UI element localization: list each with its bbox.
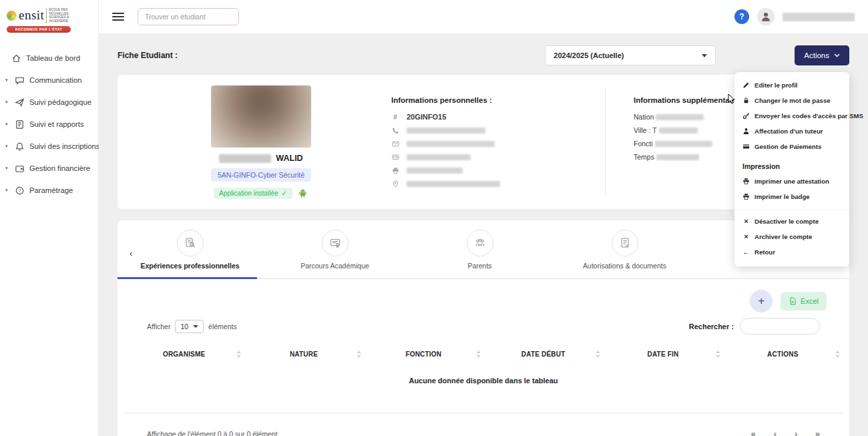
menu-item-gestion-paiements[interactable]: Gestion de Paiements <box>734 139 849 154</box>
fax-icon <box>391 166 399 174</box>
id-card-value-redacted <box>407 154 471 160</box>
student-search-input[interactable] <box>138 8 239 25</box>
experiences-table-section: + Excel Afficher 10 <box>118 279 849 436</box>
school-year-select[interactable]: 2024/2025 (Actuelle) <box>545 45 716 65</box>
sidebar-item-gestion-financiere[interactable]: ▾ Gestion financière <box>0 158 98 180</box>
column-header-organisme[interactable]: ORGANISME <box>124 351 244 358</box>
column-header-actions[interactable]: ACTIONS <box>723 351 843 358</box>
column-header-date-debut[interactable]: DATE DÉBUT <box>483 351 603 358</box>
menu-item-imprimer-badge[interactable]: Imprimer le badge <box>734 189 849 204</box>
pagination-last-button[interactable]: » <box>815 429 820 436</box>
sidebar-item-suivi-et-rapports[interactable]: ▾ Suivi et rapports <box>0 114 98 136</box>
chevron-down-icon <box>193 325 198 328</box>
excel-file-icon <box>789 297 797 305</box>
x-icon: × <box>742 233 750 240</box>
brand-banner: RECONNUE PAR L'ÉTAT <box>7 26 71 33</box>
printer-icon <box>742 193 750 200</box>
tab-label: Parents <box>467 262 491 270</box>
pagination-first-button[interactable]: « <box>751 429 756 436</box>
user-name-redacted[interactable] <box>783 13 855 21</box>
x-icon: × <box>742 218 750 225</box>
send-icon <box>15 97 25 107</box>
user-avatar[interactable] <box>757 8 775 25</box>
chevron-down-icon <box>834 53 840 57</box>
fax-row <box>391 166 605 174</box>
sidebar-item-tableau-de-bord[interactable]: Tableau de bord <box>0 47 98 69</box>
student-id-row: # 20GINFO15 <box>391 113 605 121</box>
pencil-icon <box>742 81 750 89</box>
nationality-value-redacted <box>656 114 704 120</box>
address-value-redacted <box>407 181 500 187</box>
school-year-selected-value: 2024/2025 (Actuelle) <box>554 51 624 59</box>
menu-item-desactiver-compte[interactable]: × Désactiver le compte <box>734 214 849 229</box>
credit-card-icon <box>742 143 750 150</box>
sidebar-item-suivi-pedagogique[interactable]: ▾ Suivi pédagogique <box>0 91 98 114</box>
sort-icon <box>835 351 840 359</box>
column-header-fonction[interactable]: FONCTION <box>364 351 483 358</box>
column-header-nature[interactable]: NATURE <box>244 351 363 358</box>
tab-autorisations-documents[interactable]: Autorisations & documents <box>552 230 697 270</box>
help-button[interactable]: ? <box>734 9 749 24</box>
phone-row <box>391 126 605 134</box>
android-icon <box>297 188 308 199</box>
student-name: WALID <box>219 154 302 163</box>
menu-item-affectation-tuteur[interactable]: Affectation d'un tuteur <box>734 124 849 139</box>
brand-logo: ensit ECOLE DES NOUVELLES SCIENCES & ING… <box>0 7 98 38</box>
sidebar-item-suivi-des-inscriptions[interactable]: ▾ Suivi des inscriptions <box>0 136 98 158</box>
sort-icon <box>476 351 481 359</box>
report-icon <box>15 120 25 130</box>
chevron-down-icon: ▾ <box>5 188 10 193</box>
search-label: Rechercher : <box>689 322 734 331</box>
time-value-redacted <box>656 154 699 160</box>
hamburger-menu-icon[interactable] <box>112 11 124 23</box>
tab-parents[interactable]: Parents <box>407 230 552 270</box>
tab-label: Autorisations & documents <box>583 262 666 270</box>
table-header-row: ORGANISME NATURE FONCTION DATE DÉBU <box>124 351 843 358</box>
student-first-name-redacted <box>219 154 271 163</box>
add-experience-button[interactable]: + <box>750 290 773 312</box>
student-photo <box>211 85 311 148</box>
document-search-icon <box>177 230 204 256</box>
app-installed-badge: Application installée ✓ <box>214 188 292 199</box>
home-icon <box>11 53 21 63</box>
table-footer: Affichage de l'élément 0 à 0 sur 0 éléme… <box>124 413 843 436</box>
sidebar-item-parametrage[interactable]: ▾ ? Paramétrage <box>0 180 98 202</box>
menu-item-archiver-compte[interactable]: × Archiver le compte <box>734 229 849 244</box>
actions-button[interactable]: Actions <box>795 45 849 65</box>
chevron-down-icon: ▾ <box>5 122 10 127</box>
menu-item-envoyer-codes-sms[interactable]: Envoyer les codes d'accès par SMS <box>734 108 849 124</box>
sort-icon <box>596 351 600 359</box>
program-badge: 5AN-GINFO-Cyber Sécurité <box>211 168 311 182</box>
personal-info-column: Informations personnelles : # 20GINFO15 <box>391 85 605 199</box>
menu-item-retour[interactable]: ← Retour <box>734 244 849 260</box>
location-pin-icon <box>391 180 399 188</box>
tab-label: Parcours Académique <box>300 262 369 270</box>
person-icon <box>742 128 750 135</box>
id-card-icon <box>391 153 399 161</box>
sidebar-item-label: Paramétrage <box>29 186 73 194</box>
export-excel-button[interactable]: Excel <box>781 292 827 310</box>
page-size-select[interactable]: 10 <box>175 320 204 333</box>
menu-section-impression: Impression <box>734 154 849 174</box>
sidebar-item-label: Tableau de bord <box>26 54 80 62</box>
menu-item-imprimer-attestation[interactable]: Imprimer une attestation <box>734 174 849 189</box>
tabs-scroll-left-icon[interactable]: ‹ <box>130 248 132 258</box>
question-circle-icon: ? <box>15 186 25 196</box>
fax-value-redacted <box>407 168 463 174</box>
sidebar-item-label: Suivi pédagogique <box>29 98 91 106</box>
menu-item-changer-mot-de-passe[interactable]: Changer le mot de passe <box>734 93 849 108</box>
address-row <box>391 180 605 188</box>
pagination-next-button[interactable]: › <box>795 429 797 436</box>
sidebar-item-communication[interactable]: ▾ Communication <box>0 69 98 91</box>
tab-experiences-professionnelles[interactable]: Expériences professionnelles <box>118 230 262 270</box>
menu-item-editer-le-profil[interactable]: Editer le profil <box>734 77 849 93</box>
table-search-input[interactable] <box>740 318 820 335</box>
tab-parcours-academique[interactable]: Parcours Académique <box>262 230 407 270</box>
topbar: ? <box>99 0 868 33</box>
table-empty-message: Aucune donnée disponible dans le tableau <box>124 377 843 385</box>
check-icon: ✓ <box>282 190 287 197</box>
pagination-prev-button[interactable]: ‹ <box>774 429 777 436</box>
column-header-date-fin[interactable]: DATE FIN <box>603 351 722 358</box>
page-title: Fiche Etudiant : <box>118 51 178 60</box>
lock-icon <box>742 97 750 104</box>
